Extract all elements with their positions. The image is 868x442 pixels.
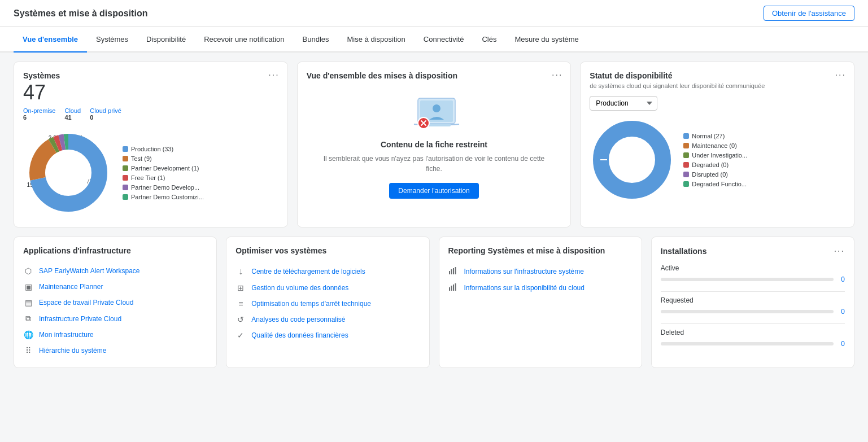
nav-item-availability[interactable]: Disponibilité	[137, 27, 195, 52]
infra-item-maintenance[interactable]: ▣ Maintenance Planner	[23, 279, 207, 295]
svg-rect-17	[449, 271, 450, 274]
cards-row-top: Systèmes ··· 47 On-premise 6 Cloud 41 Cl…	[14, 62, 854, 227]
availability-donut: 0,0% 100,0%	[590, 117, 674, 202]
reporting-item-cloud[interactable]: Informations sur la disponibilité du clo…	[448, 279, 633, 296]
provision-request-btn[interactable]: Demander l'autorisation	[389, 183, 478, 199]
legend-partnerdev: Partner Development (1)	[123, 165, 204, 172]
divider-2	[661, 323, 845, 324]
optimiser-item-downtime[interactable]: ≡ Optimisation du temps d'arrêt techniqu…	[235, 296, 420, 312]
legend-test: Test (9)	[123, 155, 204, 162]
provision-card: Vue d'ensemble des mises à disposition ·…	[297, 62, 572, 227]
install-active-bar-bg	[661, 278, 834, 281]
reporting-cloud-link[interactable]: Informations sur la disponibilité du clo…	[464, 284, 585, 292]
downtime-icon: ≡	[235, 299, 246, 308]
legend-freetier-label: Free Tier (1)	[131, 174, 165, 181]
legend-disrupted-label: Disrupted (0)	[692, 171, 728, 178]
nav-item-bundles[interactable]: Bundles	[294, 27, 338, 52]
legend-degraded: Degraded (0)	[683, 161, 747, 168]
legend-freetier: Free Tier (1)	[123, 174, 204, 181]
installations-card-title: Installations	[661, 247, 707, 256]
maintenance-icon: ▣	[23, 282, 33, 291]
private-cloud-link[interactable]: Infrastructure Private Cloud	[39, 315, 121, 323]
availability-legend: Normal (27) Maintenance (0) Under Invest…	[683, 133, 747, 187]
quality-link[interactable]: Qualité des données financières	[251, 331, 348, 339]
stat-cloudprive-label: Cloud privé	[90, 107, 121, 114]
legend-partnerdemo1-label: Partner Demo Develop...	[131, 184, 199, 191]
systemes-card-menu[interactable]: ···	[268, 70, 279, 80]
svg-rect-24	[455, 283, 456, 291]
availability-card-subtitle: de systèmes cloud qui signalent leur dis…	[590, 82, 845, 89]
divider-1	[661, 291, 845, 292]
mon-infra-link[interactable]: Mon infrastructure	[39, 331, 94, 339]
nav-item-overview[interactable]: Vue d'ensemble	[14, 27, 87, 52]
availability-dropdown: Production Test Development	[590, 96, 845, 111]
provision-illustration	[411, 94, 456, 133]
infra-item-private-cloud[interactable]: ⧉ Infrastructure Private Cloud	[23, 310, 207, 327]
nav-item-connectivity[interactable]: Connectivité	[415, 27, 473, 52]
availability-select[interactable]: Production Test Development	[590, 96, 657, 111]
optimiser-card: Optimiser vos systèmes ↓ Centre de téléc…	[226, 237, 429, 368]
stat-cloudprive-value: 0	[90, 114, 121, 121]
installations-card-menu[interactable]: ···	[834, 246, 845, 256]
downtime-link[interactable]: Optimisation du temps d'arrêt technique	[251, 300, 371, 308]
optimiser-item-code[interactable]: ↺ Analyses du code personnalisé	[235, 312, 420, 327]
nav-item-notification[interactable]: Recevoir une notification	[195, 27, 293, 52]
volume-link[interactable]: Gestion du volume des données	[251, 284, 348, 292]
reporting-infra-link[interactable]: Informations sur l'infrastructure systèm…	[464, 268, 584, 275]
provision-center: Contenu de la fiche restreint Il sembler…	[307, 82, 562, 210]
download-link[interactable]: Centre de téléchargement de logiciels	[251, 268, 365, 275]
private-workspace-link[interactable]: Espace de travail Private Cloud	[39, 299, 133, 307]
install-active-value: 0	[838, 275, 845, 283]
svg-rect-23	[453, 285, 454, 291]
help-button[interactable]: Obtenir de l'assistance	[764, 6, 854, 21]
availability-card: Statut de disponibilité de systèmes clou…	[580, 62, 854, 227]
infra-card-title: Applications d'infrastructure	[23, 246, 207, 255]
systems-stats: On-premise 6 Cloud 41 Cloud privé 0	[23, 107, 278, 121]
install-requested-bar-bg	[661, 310, 834, 313]
svg-point-9	[433, 104, 440, 112]
provision-card-menu[interactable]: ···	[552, 70, 562, 80]
svg-rect-22	[451, 286, 452, 291]
code-link[interactable]: Analyses du code personnalisé	[251, 316, 345, 323]
legend-normal-label: Normal (27)	[692, 133, 725, 139]
donut-legend: Production (33) Test (9) Partner Develop…	[123, 146, 204, 200]
legend-maintenance: Maintenance (0)	[683, 142, 747, 149]
provision-svg	[411, 94, 462, 136]
infra-item-earlywatch[interactable]: ⬡ SAP EarlyWatch Alert Workspace	[23, 263, 207, 279]
nav-item-provision[interactable]: Mise à disposition	[338, 27, 415, 52]
legend-investigation: Under Investigatio...	[683, 152, 747, 159]
optimiser-item-volume[interactable]: ⊞ Gestion du volume des données	[235, 280, 420, 296]
nav-item-measure[interactable]: Mesure du système	[505, 27, 587, 52]
install-requested: Requested 0	[661, 296, 845, 316]
infra-card: Applications d'infrastructure ⬡ SAP Earl…	[14, 237, 217, 368]
stat-onpremise-label: On-premise	[23, 107, 55, 114]
legend-normal: Normal (27)	[683, 133, 747, 139]
legend-production-label: Production (33)	[131, 146, 173, 152]
infra-item-private-workspace[interactable]: ▤ Espace de travail Private Cloud	[23, 295, 207, 310]
svg-rect-21	[449, 287, 450, 291]
infra-item-mon-infra[interactable]: 🌐 Mon infrastructure	[23, 327, 207, 343]
legend-degraded-func: Degraded Functio...	[683, 181, 747, 187]
nav-item-systems[interactable]: Systèmes	[87, 27, 137, 52]
provision-restricted-title: Contenu de la fiche restreint	[381, 140, 487, 149]
main-content: Systèmes ··· 47 On-premise 6 Cloud 41 Cl…	[0, 52, 868, 377]
availability-card-menu[interactable]: ···	[835, 70, 846, 80]
nav-item-keys[interactable]: Clés	[473, 27, 505, 52]
stat-cloud: Cloud 41	[64, 107, 81, 121]
reporting-item-infra[interactable]: Informations sur l'infrastructure systèm…	[448, 263, 633, 279]
earlywatch-icon: ⬡	[23, 266, 33, 275]
infra-item-hierarchy[interactable]: ⠿ Hiérarchie du système	[23, 343, 207, 358]
reporting-infra-icon	[448, 266, 459, 276]
optimiser-item-download[interactable]: ↓ Centre de téléchargement de logiciels	[235, 263, 420, 280]
donut-chart: 2,2% 2,2% 19,6% 71,7%	[23, 128, 114, 218]
optimiser-item-quality[interactable]: ✓ Qualité des données financières	[235, 327, 420, 343]
svg-point-15	[610, 138, 653, 181]
legend-degraded-label: Degraded (0)	[692, 161, 729, 168]
earlywatch-link[interactable]: SAP EarlyWatch Alert Workspace	[39, 267, 140, 275]
install-active-label: Active	[661, 264, 845, 272]
maintenance-link[interactable]: Maintenance Planner	[39, 283, 103, 291]
install-deleted: Deleted 0	[661, 329, 845, 348]
hierarchy-link[interactable]: Hiérarchie du système	[39, 347, 106, 355]
stat-onpremise: On-premise 6	[23, 107, 55, 121]
stat-cloud-value: 41	[64, 114, 81, 121]
